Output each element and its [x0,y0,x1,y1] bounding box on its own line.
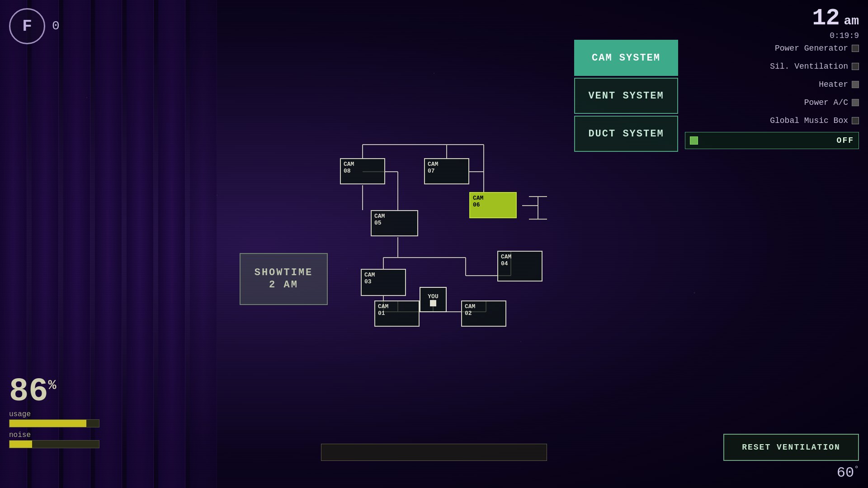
ui-layer: F 0 12 am 0:19:9 CAM SYSTEM VENT SYSTEM … [0,0,868,488]
temp-symbol: ° [854,465,859,474]
ctrl-label-power-generator: Power Generator [775,44,848,53]
score-display: 0 [52,19,60,33]
you-node: YOU [420,287,447,312]
control-row-sil-vent: Sil. Ventilation [685,58,859,75]
cam-map: CAM08 CAM07 CAM06 CAM05 CAM04 CAM03 CAM0… [307,131,556,348]
logo-letter: F [22,17,32,36]
cam-node-07[interactable]: CAM07 [424,158,469,184]
bottom-bar [321,444,547,461]
temperature-display: 60° [837,465,859,481]
ctrl-indicator-heater [852,81,859,88]
ctrl-indicator-power-generator [852,45,859,52]
off-indicator [690,136,698,145]
cam-node-08[interactable]: CAM08 [340,158,385,184]
ctrl-label-global-music-box: Global Music Box [770,116,848,125]
you-label: YOU [428,293,438,300]
control-row-global-music-box: Global Music Box [685,112,859,129]
off-toggle-bar[interactable]: OFF [685,132,859,149]
showtime-line2: 2 AM [255,279,313,291]
time-sub: 0:19:9 [812,31,859,40]
time-hour: 12 [812,5,839,32]
off-label: OFF [837,136,854,145]
time-row: 12 am [812,7,859,30]
score-value: 0 [52,19,60,33]
cam-node-04[interactable]: CAM04 [497,251,542,282]
usage-percent-display: 86% [9,375,99,408]
controls-panel: Power Generator Sil. Ventilation Heater … [685,40,859,149]
usage-label: usage [9,410,99,418]
ctrl-indicator-global-music-box [852,117,859,124]
usage-symbol: % [48,378,56,393]
system-buttons: CAM SYSTEM VENT SYSTEM DUCT SYSTEM [574,40,678,152]
ctrl-label-heater: Heater [819,80,848,89]
cam-system-button[interactable]: CAM SYSTEM [574,40,678,76]
showtime-sign: SHOWTIME 2 AM [240,253,328,305]
usage-bar-container: usage noise [9,410,99,448]
usage-bar-track [9,419,99,427]
stats-panel: 86% usage noise [9,375,99,452]
duct-system-button[interactable]: DUCT SYSTEM [574,116,678,152]
cam-node-02[interactable]: CAM02 [461,300,506,327]
time-display: 12 am 0:19:9 [812,7,859,40]
control-row-power-generator: Power Generator [685,40,859,57]
you-indicator [430,300,436,306]
control-row-power-ac: Power A/C [685,94,859,111]
ctrl-label-power-ac: Power A/C [804,98,848,107]
noise-label: noise [9,431,99,439]
showtime-text: SHOWTIME 2 AM [255,267,313,291]
cam-node-03[interactable]: CAM03 [361,269,406,296]
noise-bar-track [9,440,99,448]
reset-ventilation-button[interactable]: RESET VENTILATION [723,434,859,461]
control-row-heater: Heater [685,76,859,93]
ctrl-label-sil-vent: Sil. Ventilation [770,62,848,71]
ctrl-indicator-sil-vent [852,63,859,70]
noise-bar-fill [9,441,32,448]
time-period: am [844,14,859,28]
vent-system-button[interactable]: VENT SYSTEM [574,78,678,114]
cam-node-06[interactable]: CAM06 [469,192,517,218]
temp-value: 60 [837,465,854,481]
showtime-line1: SHOWTIME [255,267,313,279]
logo-circle: F [9,8,45,44]
cam-node-01[interactable]: CAM01 [374,300,420,327]
usage-number: 86 [9,373,48,410]
cam-node-05[interactable]: CAM05 [371,210,418,236]
ctrl-indicator-power-ac [852,99,859,106]
usage-bar-fill [9,420,86,427]
